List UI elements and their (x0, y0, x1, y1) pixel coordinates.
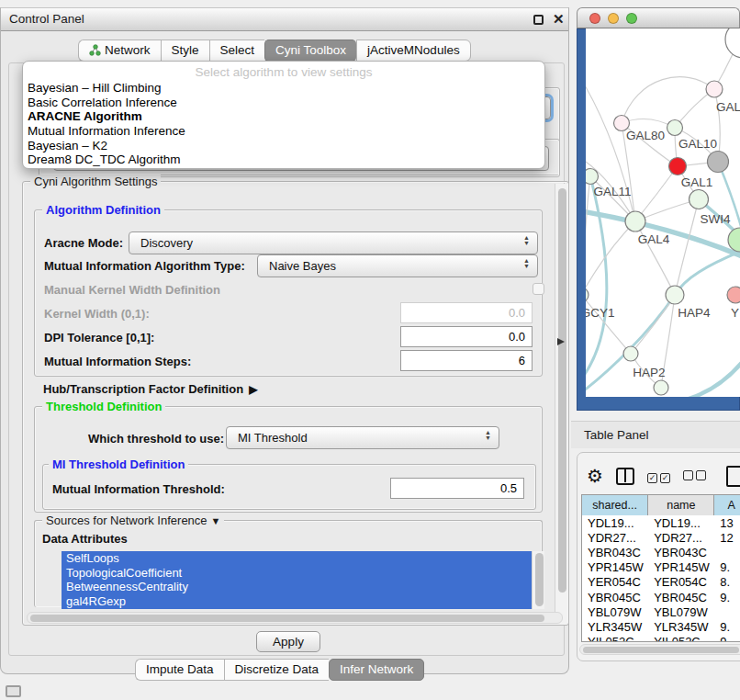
table-cell: YDR27... (582, 531, 648, 545)
column-header-name[interactable]: name (648, 495, 714, 515)
mutual-information-threshold-field[interactable]: 0.5 (390, 478, 524, 499)
network-node-GAL4[interactable] (625, 211, 645, 231)
close-icon[interactable]: ✕ (553, 13, 565, 25)
tab-style[interactable]: Style (161, 40, 209, 62)
table-row[interactable]: YBL079WYBL079W (582, 604, 740, 619)
minimize-light[interactable] (608, 13, 619, 24)
unchecked-checkboxes-icon[interactable] (683, 468, 706, 484)
close-light[interactable] (589, 13, 600, 24)
table-row[interactable]: YBR045CYBR045C9. (582, 590, 740, 604)
attribute-list-item[interactable]: TopologicalCoefficient (62, 566, 532, 581)
table-row[interactable]: YIL052CYIL052C9. (582, 635, 740, 643)
network-node-salmon-node[interactable] (727, 287, 740, 303)
aracne-mode-combo[interactable]: Discovery ▲▼ (129, 231, 538, 254)
table-panel-title: Table Panel (584, 428, 649, 442)
network-node-red-node[interactable] (669, 158, 687, 175)
attribute-list-item[interactable]: BetweennessCentrality (62, 580, 532, 594)
network-node-GAL11[interactable] (586, 169, 599, 185)
dropdown-item[interactable]: ARACNE Algorithm (23, 109, 544, 124)
columns-icon[interactable] (616, 468, 634, 485)
tab-cyni-toolbox[interactable]: Cyni Toolbox (264, 40, 356, 62)
apply-button[interactable]: Apply (256, 631, 320, 652)
tab-label: jActiveMNodules (367, 43, 460, 57)
threshold-definition-title: Threshold Definition (42, 400, 165, 413)
control-panel-tabs: NetworkStyleSelectCyni ToolboxjActiveMNo… (78, 39, 471, 62)
network-node-GAL10[interactable] (667, 120, 683, 136)
attributes-scrollbar-thumb[interactable] (535, 553, 544, 606)
algorithm-dropdown-popup: Select algorithm to view settings Bayesi… (22, 61, 545, 169)
mode-tab-label: Impute Data (146, 662, 214, 676)
column-header-A[interactable]: A (714, 495, 740, 515)
table-row[interactable]: YDR27...YDR27...12 (582, 530, 740, 545)
checked-checkboxes-icon[interactable]: ✓✓ (647, 468, 670, 484)
table-row[interactable]: YLR345WYLR345W9. (582, 619, 740, 634)
table-hscrollbar[interactable] (579, 644, 740, 655)
node-label: GAL11 (593, 185, 631, 198)
settings-scrollbar[interactable] (555, 184, 567, 624)
tab-select[interactable]: Select (209, 40, 265, 62)
dpi-tolerance-field[interactable]: 0.0 (400, 326, 533, 347)
dropdown-item[interactable]: Bayesian – Hill Climbing (23, 81, 544, 96)
tab-label: Network (105, 43, 151, 57)
which-threshold-combo[interactable]: MI Threshold ▲▼ (226, 426, 499, 449)
dropdown-item[interactable]: Basic Correlation Inference (23, 96, 544, 110)
table-cell: YDR27... (648, 531, 714, 545)
attribute-list-item[interactable]: gal4RGexp (62, 594, 532, 609)
network-node-arc-node[interactable] (725, 28, 740, 58)
tab-jactivemnodules[interactable]: jActiveMNodules (356, 40, 471, 62)
mi-steps-label: Mutual Information Steps: (44, 355, 191, 368)
dropdown-item[interactable]: Bayesian – K2 (23, 139, 544, 153)
network-node-GAL7[interactable] (706, 81, 723, 97)
table-body: YDL19...YDL19...13YDR27...YDR27...12YBR0… (582, 515, 740, 642)
table-cell: YBR045C (582, 591, 648, 604)
attributes-scrollbar[interactable] (532, 551, 544, 609)
manual-kernel-label: Manual Kernel Width Definition (44, 283, 220, 297)
network-node-HAP2[interactable] (623, 346, 638, 361)
network-node-gray-node[interactable] (708, 152, 729, 173)
application-window: Control Panel ✕ NetworkStyleSelectCyni T… (0, 0, 740, 700)
settings-hscrollbar[interactable] (27, 612, 563, 624)
table-cell: YBR043C (648, 546, 714, 559)
network-node-HAP4[interactable] (666, 286, 684, 304)
table-row[interactable]: YER054CYER054C8. (582, 575, 740, 590)
network-canvas[interactable]: GAL7GAL80GAL10GAL1SWI4GAL11GAL4GCY1HAP4Y… (586, 28, 740, 397)
node-label: HAP2 (633, 366, 665, 379)
mi-algorithm-type-value: Naive Bayes (269, 259, 336, 273)
network-node-GCY1[interactable] (586, 288, 589, 302)
mode-tab-infer-network[interactable]: Infer Network (329, 659, 424, 681)
network-edge (586, 176, 590, 295)
node-label: GCY1 (586, 306, 614, 320)
table-row[interactable]: YDL19...YDL19...13 (582, 515, 740, 530)
document-icon[interactable] (726, 466, 740, 487)
gear-icon[interactable]: ⚙ (587, 467, 603, 485)
settings-scrollbar-thumb[interactable] (558, 188, 566, 593)
table-cell: YBL079W (582, 605, 648, 619)
tab-network[interactable]: Network (78, 40, 161, 62)
hub-definition-toggle[interactable]: Hub/Transcription Factor Definition▶ (43, 382, 257, 396)
table-row[interactable]: YBR043CYBR043C (582, 545, 740, 559)
dropdown-item[interactable]: Dream8 DC_TDC Algorithm (23, 152, 544, 167)
table-hscrollbar-thumb[interactable] (583, 647, 739, 653)
dropdown-item[interactable]: Mutual Information Inference (23, 124, 544, 139)
zoom-light[interactable] (626, 13, 637, 24)
attribute-list-item[interactable]: SelfLoops (62, 551, 532, 566)
minimized-panel-icon[interactable] (6, 685, 21, 697)
network-node-GAL1[interactable] (690, 190, 709, 209)
control-panel-title: Control Panel (9, 12, 84, 26)
mi-steps-field[interactable]: 6 (400, 350, 533, 371)
table-cell: 9. (714, 560, 740, 574)
mode-tab-impute-data[interactable]: Impute Data (135, 659, 224, 681)
network-node-HAP2b[interactable] (654, 380, 668, 395)
float-window-icon[interactable] (533, 15, 544, 25)
table-row[interactable]: YPR145WYPR145W9. (582, 560, 740, 575)
mode-tab-discretize-data[interactable]: Discretize Data (224, 659, 330, 681)
collapsed-arrow-icon: ▶ (249, 383, 257, 396)
network-node-SWI4[interactable] (728, 228, 740, 252)
aracne-mode-label: Aracne Mode: (44, 236, 123, 250)
sources-toggle[interactable]: Sources for Network Inference▼ (42, 514, 224, 527)
mode-tab-label: Discretize Data (235, 662, 320, 676)
settings-hscrollbar-thumb[interactable] (30, 615, 544, 622)
table-cell: 9. (714, 635, 740, 642)
mi-algorithm-type-combo[interactable]: Naive Bayes ▲▼ (257, 254, 538, 277)
column-header-shared[interactable]: shared... (582, 495, 648, 515)
